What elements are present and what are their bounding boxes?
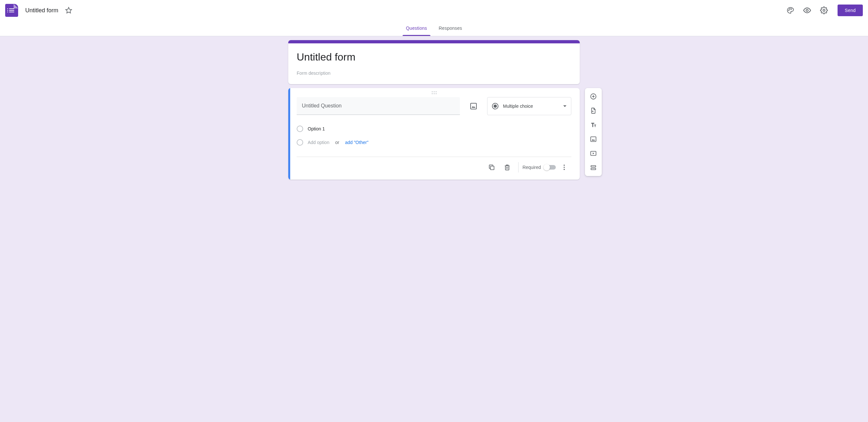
copy-icon: [488, 164, 495, 171]
or-text: or: [335, 140, 339, 145]
question-type-label: Multiple choice: [503, 103, 533, 109]
more-options-button[interactable]: [557, 160, 571, 174]
video-icon: [590, 150, 597, 157]
text-title-icon: [590, 121, 597, 128]
radio-checked-icon: [492, 103, 498, 109]
add-video-button[interactable]: [586, 146, 600, 161]
settings-button[interactable]: [817, 3, 831, 18]
svg-point-3: [791, 9, 792, 9]
tab-questions[interactable]: Questions: [400, 21, 433, 36]
svg-rect-14: [591, 166, 596, 167]
image-icon: [470, 102, 477, 110]
forms-logo-icon: [5, 4, 18, 17]
add-option-row: Add option or add "Other": [297, 136, 571, 149]
add-section-button[interactable]: [586, 161, 600, 175]
tab-responses[interactable]: Responses: [433, 21, 468, 36]
separator: [518, 162, 519, 172]
svg-point-2: [789, 9, 790, 9]
import-icon: [590, 107, 597, 114]
option-row: [297, 122, 571, 136]
add-title-button[interactable]: [586, 118, 600, 132]
form-description-placeholder[interactable]: Form description: [297, 70, 571, 76]
star-outline-icon: [65, 7, 72, 14]
svg-point-1: [789, 10, 789, 11]
svg-point-8: [563, 165, 565, 166]
drag-handle[interactable]: [288, 88, 580, 97]
add-other-button[interactable]: add "Other": [345, 140, 368, 145]
side-toolbar: [585, 88, 602, 176]
import-questions-button[interactable]: [586, 103, 600, 118]
card-accent-top: [288, 40, 580, 43]
question-title-input[interactable]: [297, 97, 460, 115]
svg-rect-7: [491, 166, 494, 170]
question-footer: Required: [297, 157, 571, 180]
svg-point-9: [563, 167, 565, 168]
required-toggle[interactable]: [544, 165, 556, 170]
question-type-select[interactable]: Multiple choice: [487, 97, 571, 115]
section-icon: [590, 164, 597, 171]
image-icon: [590, 136, 597, 143]
eye-icon: [803, 6, 811, 14]
customize-theme-button[interactable]: [783, 3, 797, 18]
radio-outline-icon: [297, 126, 303, 132]
required-label: Required: [522, 165, 541, 170]
trash-icon: [504, 164, 511, 171]
duplicate-button[interactable]: [485, 160, 499, 174]
svg-point-4: [806, 9, 808, 12]
svg-rect-12: [591, 137, 596, 142]
svg-point-10: [563, 169, 565, 170]
add-question-button[interactable]: [586, 89, 600, 103]
question-card[interactable]: Multiple choice Add option or add "Other…: [288, 88, 580, 180]
svg-point-5: [823, 9, 825, 11]
drag-dots-icon: [432, 91, 437, 94]
form-header-card[interactable]: Untitled form Form description: [288, 40, 580, 84]
form-tabs: Questions Responses: [0, 21, 868, 36]
add-option-button[interactable]: Add option: [308, 140, 330, 145]
more-vert-icon: [561, 164, 568, 171]
chevron-down-icon: [563, 105, 566, 107]
option-label-input[interactable]: [308, 125, 571, 133]
add-circle-icon: [590, 93, 597, 100]
question-add-image-button[interactable]: [466, 97, 480, 115]
preview-button[interactable]: [800, 3, 814, 18]
app-header: Untitled form Send: [0, 0, 868, 21]
question-options: Add option or add "Other": [288, 115, 580, 152]
form-canvas: Untitled form Form description: [0, 36, 868, 422]
svg-marker-0: [66, 7, 71, 13]
svg-rect-15: [591, 168, 596, 170]
star-button[interactable]: [63, 4, 74, 16]
palette-icon: [786, 6, 794, 14]
form-title[interactable]: Untitled form: [297, 51, 571, 65]
gear-icon: [820, 6, 828, 14]
add-image-button[interactable]: [586, 132, 600, 146]
svg-rect-6: [471, 103, 476, 109]
delete-button[interactable]: [500, 160, 514, 174]
send-button[interactable]: Send: [838, 4, 863, 16]
radio-outline-icon: [297, 139, 303, 145]
card-accent-left: [288, 88, 290, 180]
document-title[interactable]: Untitled form: [23, 6, 60, 15]
